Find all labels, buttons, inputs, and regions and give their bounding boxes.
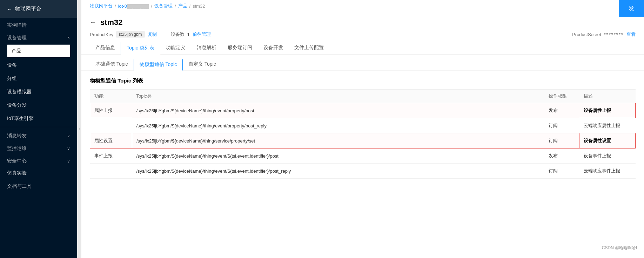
sub-tab-custom-topic[interactable]: 自定义 Topic (183, 59, 222, 70)
cell-desc: 设备属性上报 (579, 103, 636, 118)
sidebar-item-sim-lab[interactable]: 仿真实验 (0, 166, 77, 180)
publish-button[interactable]: 发 (619, 0, 644, 17)
page-title: stm32 (100, 18, 123, 27)
cell-topic: /sys/ix25ljbYgbm/${deviceName}/thing/ser… (132, 133, 544, 148)
cell-func: 屈性设置 (90, 133, 132, 148)
tab-device-dev[interactable]: 设备开发 (258, 42, 289, 54)
cell-topic: /sys/ix25ljbYgbm/${deviceName}/thing/eve… (132, 118, 544, 133)
product-key-copy[interactable]: 复制 (148, 31, 157, 38)
product-secret-link[interactable]: 查看 (626, 31, 636, 38)
sidebar-item-iot-twin[interactable]: IoT孪生引擎 (0, 112, 77, 125)
page-header: ← stm32 (81, 12, 644, 27)
breadcrumb-sep3: / (175, 4, 176, 9)
breadcrumb-instance[interactable]: iot-0████████ (118, 4, 149, 9)
breadcrumb: 物联网平台 / iot-0████████ / 设备管理 / 产品 / stm3… (81, 0, 644, 12)
page-back-arrow[interactable]: ← (90, 19, 96, 26)
cell-func: 事件上报 (90, 148, 132, 164)
sidebar-section-monitor[interactable]: 监控运维 ∨ (0, 141, 77, 154)
device-count-meta: 设备数 1 前往管理 (171, 31, 211, 38)
main-content: 物联网平台 / iot-0████████ / 设备管理 / 产品 / stm3… (81, 0, 644, 258)
table-row: 属性上报 /sys/ix25ljbYgbm/${deviceName}/thin… (90, 103, 636, 118)
device-count-link[interactable]: 前往管理 (193, 31, 211, 38)
tab-service-subscribe[interactable]: 服务端订阅 (222, 42, 258, 54)
breadcrumb-device-manage[interactable]: 设备管理 (154, 3, 173, 9)
product-key-label: ProductKey (90, 32, 113, 37)
sidebar-item-docs-tools[interactable]: 文档与工具 (0, 180, 77, 193)
cell-func (90, 164, 132, 179)
cell-permission: 发布 (544, 148, 579, 164)
breadcrumb-sep1: / (115, 4, 116, 9)
sidebar-section-device-manage[interactable]: 设备管理 ∧ (0, 31, 77, 43)
tab-msg-parse[interactable]: 消息解析 (191, 42, 222, 54)
table-row: 屈性设置 /sys/ix25ljbYgbm/${deviceName}/thin… (90, 133, 636, 148)
watermark: CSDN @哈哈啊哈h (602, 245, 638, 251)
cell-desc: 设备事件上报 (579, 148, 636, 164)
breadcrumb-platform[interactable]: 物联网平台 (90, 3, 113, 9)
product-secret-meta: ProductSecret ******** 查看 (572, 31, 636, 38)
sub-tab-model-topic[interactable]: 物模型通信 Topic (134, 59, 183, 71)
tab-topic-list[interactable]: Topic 类列表 (121, 42, 160, 55)
table-row: /sys/ix25ljbYgbm/${deviceName}/thing/eve… (90, 118, 636, 133)
tab-func-define[interactable]: 功能定义 (160, 42, 191, 54)
product-key-meta: ProductKey ix25ljbYgbm 复制 (90, 31, 157, 38)
cell-desc: 云端响应属性上报 (579, 118, 636, 133)
cell-permission: 发布 (544, 103, 579, 118)
cell-desc: 设备属性设置 (579, 133, 636, 148)
device-count-label: 设备数 (171, 31, 185, 38)
cell-topic: /sys/ix25ljbYgbm/${deviceName}/thing/eve… (132, 148, 544, 164)
collapse-arrow-icon-4: ∨ (67, 159, 70, 164)
cell-func: 属性上报 (90, 103, 132, 118)
back-arrow-icon: ← (7, 6, 12, 12)
breadcrumb-current: stm32 (193, 4, 205, 9)
cell-permission: 订阅 (544, 164, 579, 179)
sidebar-item-instance-detail[interactable]: 实例详情 (0, 18, 77, 31)
collapse-arrow-icon: ∧ (67, 35, 70, 40)
collapse-arrow-icon-2: ∨ (67, 133, 70, 138)
tab-file-upload[interactable]: 文件上传配置 (289, 42, 329, 54)
sidebar-section-message-forward[interactable]: 消息转发 ∨ (0, 128, 77, 141)
tab-product-info[interactable]: 产品信息 (90, 42, 121, 54)
breadcrumb-sep2: / (151, 4, 152, 9)
product-secret-label: ProductSecret (572, 32, 601, 37)
col-func: 功能 (90, 90, 132, 103)
product-key-value: ix25ljbYgbm (116, 31, 145, 38)
content-area: 物模型通信 Topic 列表 功能 Topic类 操作权限 描述 属性上报 /s (81, 71, 644, 258)
cell-permission: 订阅 (544, 133, 579, 148)
sidebar-item-device-distribute[interactable]: 设备分发 (0, 99, 77, 112)
sidebar-divider (0, 127, 77, 127)
sidebar-item-device[interactable]: 设备 (0, 59, 77, 72)
sidebar-item-product[interactable]: 产品 (7, 45, 70, 57)
sub-tabs: 基础通信 Topic 物模型通信 Topic 自定义 Topic (81, 55, 644, 71)
breadcrumb-product[interactable]: 产品 (178, 3, 187, 9)
main-tabs: 产品信息 Topic 类列表 功能定义 消息解析 服务端订阅 设备开发 文件上传… (81, 38, 644, 55)
collapse-arrow-icon-3: ∨ (67, 146, 70, 151)
table-header-row: 功能 Topic类 操作权限 描述 (90, 90, 636, 103)
cell-permission: 订阅 (544, 118, 579, 133)
col-desc: 描述 (579, 90, 636, 103)
device-count-value: 1 (187, 32, 190, 37)
topic-table: 功能 Topic类 操作权限 描述 属性上报 /sys/ix25ljbYgbm/… (90, 89, 636, 179)
cell-topic: /sys/ix25ljbYgbm/${deviceName}/thing/eve… (132, 103, 544, 118)
sidebar-platform-label: 物联网平台 (15, 6, 41, 12)
product-secret-value: ******** (604, 32, 624, 37)
sidebar: ← 物联网平台 实例详情 设备管理 ∧ 产品 设备 分组 设备模拟器 设备分发 … (0, 0, 77, 258)
sidebar-back-button[interactable]: ← 物联网平台 (0, 0, 77, 18)
table-section-title: 物模型通信 Topic 列表 (90, 78, 636, 84)
cell-func (90, 118, 132, 133)
col-permission: 操作权限 (544, 90, 579, 103)
sidebar-item-device-simulator[interactable]: 设备模拟器 (0, 85, 77, 99)
breadcrumb-sep4: / (189, 4, 191, 9)
sub-tab-basic-topic[interactable]: 基础通信 Topic (90, 59, 134, 70)
table-row: 事件上报 /sys/ix25ljbYgbm/${deviceName}/thin… (90, 148, 636, 164)
sidebar-collapse-handle[interactable]: ‹ (77, 0, 81, 258)
col-topic: Topic类 (132, 90, 544, 103)
table-row: /sys/ix25ljbYgbm/${deviceName}/thing/eve… (90, 164, 636, 179)
cell-topic: /sys/ix25ljbYgbm/${deviceName}/thing/eve… (132, 164, 544, 179)
sidebar-item-group[interactable]: 分组 (0, 72, 77, 85)
cell-desc: 云端响应事件上报 (579, 164, 636, 179)
meta-section: ProductKey ix25ljbYgbm 复制 设备数 1 前往管理 Pro… (81, 27, 644, 38)
sidebar-section-security[interactable]: 安全中心 ∨ (0, 154, 77, 166)
